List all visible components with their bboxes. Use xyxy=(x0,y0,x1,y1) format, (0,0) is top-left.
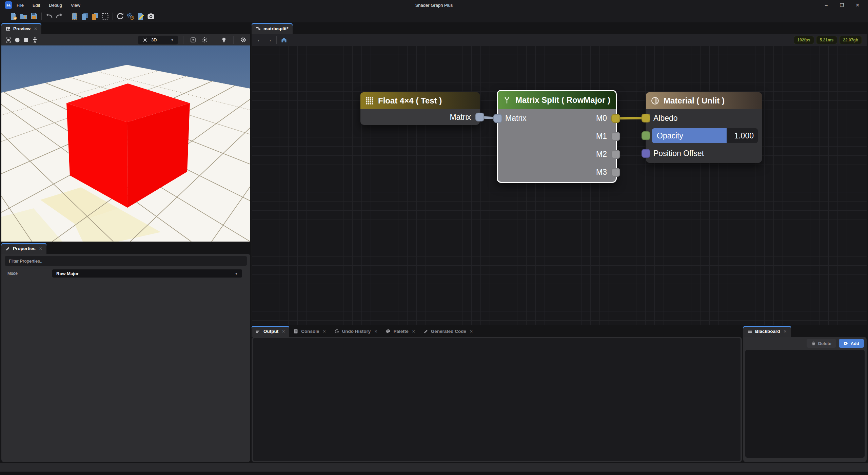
input-row-position-offset: Position Offset xyxy=(646,145,762,162)
output-row-matrix: Matrix xyxy=(360,109,480,125)
tab-close-icon[interactable]: ✕ xyxy=(784,329,787,334)
output-port-m2[interactable] xyxy=(611,150,620,159)
preview-framebuffer-button[interactable] xyxy=(189,36,197,44)
tab-close-icon[interactable]: ✕ xyxy=(323,329,326,334)
forward-button[interactable]: → xyxy=(264,35,274,45)
preview-panel: Preview ✕ 3D ▼ xyxy=(1,23,250,34)
palette-icon xyxy=(386,329,391,334)
tab-palette[interactable]: Palette ✕ xyxy=(381,326,419,337)
tab-generated-code-label: Generated Code xyxy=(431,329,466,334)
window-controls: – ❐ ✕ xyxy=(818,0,865,10)
new-file-button[interactable] xyxy=(8,11,19,21)
cut-button[interactable] xyxy=(70,11,80,21)
tab-close-icon[interactable]: ✕ xyxy=(374,329,377,334)
preview-sphere-button[interactable] xyxy=(13,36,22,44)
bottom-strip xyxy=(0,472,868,475)
tab-matrixsplit[interactable]: matrixsplit* xyxy=(252,23,293,34)
home-button[interactable] xyxy=(279,35,289,45)
output-m0-label: M0 xyxy=(596,114,607,123)
graph-panel: matrixsplit* ← → 192fps 5.21ms 22.07gb xyxy=(252,23,867,34)
add-button[interactable]: Add xyxy=(839,339,864,348)
properties-panel: Properties ✕ Mode Row Major ▼ xyxy=(1,243,250,462)
preview-3d-viewport[interactable] xyxy=(1,45,250,242)
blackboard-list-area[interactable] xyxy=(745,350,865,458)
redo-button[interactable] xyxy=(54,11,64,21)
tab-output-label: Output xyxy=(263,329,278,334)
tab-properties-label: Properties xyxy=(13,246,36,251)
graph-canvas[interactable]: Float 4×4 ( Test ) Matrix Matrix Split (… xyxy=(252,45,867,325)
tab-close-icon[interactable]: ✕ xyxy=(39,246,42,251)
tab-generated-code[interactable]: Generated Code ✕ xyxy=(419,326,477,337)
select-all-button[interactable] xyxy=(100,11,110,21)
history-icon xyxy=(334,329,339,334)
copy-button[interactable] xyxy=(80,11,90,21)
menu-file[interactable]: File xyxy=(12,0,28,10)
tab-undo-history[interactable]: Undo History ✕ xyxy=(330,326,382,337)
properties-tabrow: Properties ✕ xyxy=(1,243,250,254)
input-port-matrix[interactable] xyxy=(493,114,502,123)
paste-button[interactable] xyxy=(90,11,100,21)
paste-icon xyxy=(91,12,99,20)
tab-output[interactable]: Output ✕ xyxy=(252,326,289,337)
output-port-m0[interactable] xyxy=(611,114,620,123)
preview-figure-button[interactable] xyxy=(31,36,39,44)
output-log-area[interactable] xyxy=(252,337,742,462)
menu-edit[interactable]: Edit xyxy=(28,0,44,10)
preview-sun-button[interactable] xyxy=(200,36,209,44)
output-port-m1[interactable] xyxy=(611,132,620,141)
tab-close-icon[interactable]: ✕ xyxy=(412,329,415,334)
preview-plane-button[interactable] xyxy=(22,36,31,44)
tab-close-icon[interactable]: ✕ xyxy=(282,329,285,334)
minimize-button[interactable]: – xyxy=(818,0,834,10)
tab-close-icon[interactable]: ✕ xyxy=(470,329,473,334)
save-button[interactable] xyxy=(29,11,39,21)
copy-icon xyxy=(81,12,89,20)
tab-blackboard[interactable]: Blackboard ✕ xyxy=(743,326,791,337)
output-m3-label: M3 xyxy=(596,168,607,177)
preview-model-button[interactable] xyxy=(4,36,13,44)
input-port-position-offset[interactable] xyxy=(642,149,650,158)
opacity-slider[interactable]: Opacity 1.000 xyxy=(652,128,758,143)
app-window: s& File Edit Debug View Shader Graph Plu… xyxy=(0,0,868,475)
tab-close-icon[interactable]: ✕ xyxy=(34,26,37,31)
input-port-opacity[interactable] xyxy=(642,131,650,140)
restore-button[interactable]: ❐ xyxy=(834,0,850,10)
input-port-albedo[interactable] xyxy=(642,114,650,122)
node-material-header: Material ( Unlit ) xyxy=(646,92,762,109)
node-float4x4[interactable]: Float 4×4 ( Test ) Matrix xyxy=(360,92,480,125)
tab-console[interactable]: Console ✕ xyxy=(289,326,330,337)
node-material[interactable]: Material ( Unlit ) Albedo Opacity 1.00 xyxy=(646,92,762,163)
screenshot-button[interactable] xyxy=(146,11,156,21)
output-port-matrix[interactable] xyxy=(475,113,484,121)
node-matrix-split[interactable]: Matrix Split ( RowMajor ) Matrix M0 M1 M xyxy=(497,90,617,183)
close-button[interactable]: ✕ xyxy=(850,0,865,10)
menu-debug[interactable]: Debug xyxy=(44,0,66,10)
open-generated-code-button[interactable] xyxy=(136,11,146,21)
nav-separator xyxy=(276,36,277,44)
delete-button[interactable]: Delete xyxy=(807,339,836,348)
square-icon xyxy=(24,38,28,42)
list-icon xyxy=(747,329,752,334)
recompile-button[interactable] xyxy=(115,11,125,21)
back-button[interactable]: ← xyxy=(255,35,264,45)
preview-light-button[interactable] xyxy=(219,36,228,44)
open-file-button[interactable] xyxy=(19,11,29,21)
pencil-icon xyxy=(5,246,10,251)
chevron-down-icon: ▼ xyxy=(171,38,174,42)
node-float4x4-header: Float 4×4 ( Test ) xyxy=(360,92,480,109)
menu-view[interactable]: View xyxy=(66,0,85,10)
preview-settings-button[interactable] xyxy=(239,36,248,44)
undo-button[interactable] xyxy=(44,11,54,21)
opacity-value[interactable]: 1.000 xyxy=(727,128,758,143)
preview-mode-dropdown[interactable]: 3D ▼ xyxy=(138,36,178,44)
sphere-icon xyxy=(15,38,19,42)
blackboard-frame: Delete Add xyxy=(743,337,867,462)
camera-icon xyxy=(147,12,155,20)
compile-settings-button[interactable] xyxy=(125,11,136,21)
mode-dropdown[interactable]: Row Major ▼ xyxy=(52,269,242,278)
tab-preview[interactable]: Preview ✕ xyxy=(1,23,41,34)
output-port-m3[interactable] xyxy=(611,168,620,177)
graph-tabrow: matrixsplit* xyxy=(252,23,867,34)
tab-properties[interactable]: Properties ✕ xyxy=(1,243,46,254)
filter-properties-input[interactable] xyxy=(5,256,247,266)
